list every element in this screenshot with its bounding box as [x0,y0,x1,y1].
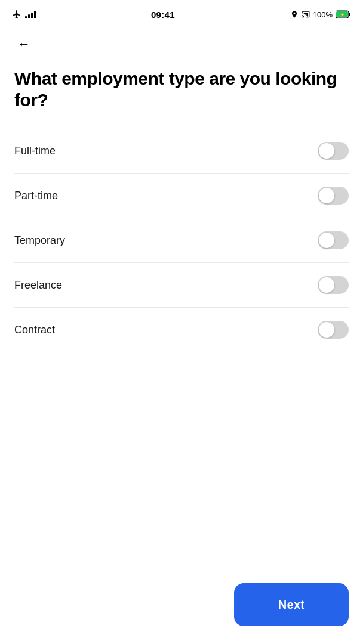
status-right: 100% ⚡ [290,10,351,19]
option-label-full-time: Full-time [14,145,56,157]
location-icon [290,10,299,18]
battery-text: 100% [313,10,333,19]
back-arrow-icon: ← [17,36,30,52]
option-row-contract[interactable]: Contract [14,308,349,352]
toggle-knob-freelance [319,277,334,293]
page-title: What employment type are you looking for… [14,68,349,111]
toggle-part-time[interactable] [318,187,349,205]
svg-text:⚡: ⚡ [340,12,345,17]
airplane-icon [12,10,21,19]
toggle-temporary[interactable] [318,231,349,249]
cast-icon [302,10,310,18]
svg-rect-2 [349,13,351,16]
option-row-freelance[interactable]: Freelance [14,263,349,308]
status-time: 09:41 [151,10,175,20]
option-label-freelance: Freelance [14,279,62,292]
toggle-knob-part-time [319,188,334,203]
toggle-contract[interactable] [318,321,349,339]
status-bar: 09:41 100% ⚡ [0,0,363,26]
toggle-freelance[interactable] [318,276,349,294]
toggle-knob-temporary [319,233,334,248]
option-row-part-time[interactable]: Part-time [14,174,349,218]
option-label-contract: Contract [14,324,55,336]
toggle-knob-contract [319,322,334,338]
next-button[interactable]: Next [234,583,349,626]
option-row-temporary[interactable]: Temporary [14,218,349,263]
option-label-part-time: Part-time [14,190,58,202]
options-list: Full-timePart-timeTemporaryFreelanceCont… [14,129,349,352]
toggle-full-time[interactable] [318,142,349,160]
option-label-temporary: Temporary [14,234,65,247]
option-row-full-time[interactable]: Full-time [14,129,349,174]
next-label: Next [278,598,305,612]
toggle-knob-full-time [319,143,334,159]
battery-icon: ⚡ [336,10,351,18]
status-left [12,10,36,19]
back-button[interactable]: ← [12,32,36,56]
signal-bars [25,10,36,18]
